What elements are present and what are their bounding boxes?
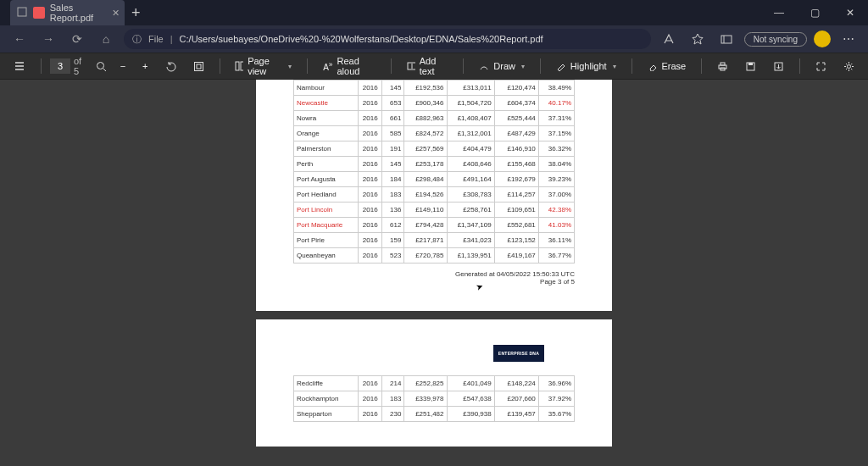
zoom-in-button[interactable]: + [136, 56, 154, 76]
url-text: C:/Users/suebayes/OneDrive%20-%20Wolfers… [180, 34, 643, 44]
save-button[interactable] [738, 56, 763, 76]
draw-button[interactable]: Draw▾ [472, 56, 531, 76]
pdf-icon [33, 7, 44, 19]
refresh-button[interactable]: ⟳ [66, 28, 88, 50]
page-number-input[interactable] [50, 58, 70, 74]
favorite-icon[interactable] [687, 28, 709, 50]
logo: ENTERPRISE DNA [493, 345, 544, 362]
profile-avatar[interactable] [814, 31, 831, 47]
svg-rect-1 [721, 36, 732, 43]
table-row: Port Macquarie2016612£794,428£1,347,109£… [294, 218, 575, 233]
home-button[interactable]: ⌂ [95, 28, 117, 50]
collections-button[interactable] [715, 28, 737, 50]
close-window-button[interactable]: ✕ [832, 0, 868, 25]
new-tab-button[interactable]: + [131, 4, 141, 22]
table-row: Queanbeyan2016523£720,785£1,139,951£419,… [294, 248, 575, 264]
read-aloud-button[interactable]: A»Read aloud [316, 56, 382, 76]
fit-button[interactable] [186, 56, 211, 76]
svg-rect-8 [241, 62, 243, 70]
highlight-button[interactable]: Highlight▾ [549, 56, 623, 76]
table-row: Port Hedland2016183£194,526£308,783£114,… [294, 187, 575, 202]
page-total: of 5 [74, 56, 89, 76]
add-text-button[interactable]: Add text [400, 56, 455, 76]
close-tab-icon[interactable]: ✕ [112, 8, 120, 19]
url-field[interactable]: ⓘ File | C:/Users/suebayes/OneDrive%20-%… [124, 29, 651, 49]
svg-point-17 [847, 64, 850, 68]
zoom-out-button[interactable]: − [114, 56, 132, 76]
table-row: Redcliffe2016214£252,825£401,049£148,224… [294, 376, 575, 391]
table-row: Port Pirie2016159£217,871£341,023£123,15… [294, 233, 575, 248]
table-row: Newcastle2016653£900,346£1,504,720£604,3… [294, 96, 575, 111]
table-row: Port Augusta2016184£298,484£491,164£192,… [294, 172, 575, 187]
pdf-page-4: ENTERPRISE DNA Redcliffe2016214£252,825£… [256, 319, 612, 447]
table-row: Palmerston2016191£257,569£404,479£146,91… [294, 141, 575, 157]
sync-status[interactable]: Not syncing [744, 32, 807, 47]
more-button[interactable]: ⋯ [837, 28, 860, 50]
minimize-button[interactable]: — [761, 0, 797, 25]
page-label: Page 3 of 5 [256, 278, 575, 286]
window-controls: — ▢ ✕ [761, 0, 868, 25]
collections-icon [17, 7, 28, 19]
toc-button[interactable] [7, 56, 32, 76]
svg-line-4 [103, 69, 106, 71]
search-button[interactable] [92, 56, 110, 76]
tab-title: Sales Report.pdf [50, 3, 116, 23]
table-row: Nowra2016661£882,963£1,408,407£525,44437… [294, 111, 575, 126]
document-viewport[interactable]: Mount Isa2016332Murray Bridge2016183£252… [0, 80, 868, 466]
svg-rect-7 [236, 62, 239, 70]
svg-rect-15 [748, 63, 753, 65]
info-icon: ⓘ [132, 33, 142, 46]
scheme-label: File [148, 34, 164, 44]
maximize-button[interactable]: ▢ [797, 0, 832, 25]
report-table-page3: Mount Isa2016332Murray Bridge2016183£252… [293, 80, 575, 264]
svg-rect-6 [197, 64, 201, 69]
table-row: Perth2016145£253,178£408,646£155,46838.0… [294, 157, 575, 172]
table-row: Port Lincoln2016136£149,110£258,761£109,… [294, 202, 575, 218]
address-bar: ← → ⟳ ⌂ ⓘ File | C:/Users/suebayes/OneDr… [0, 25, 868, 53]
print-button[interactable] [710, 56, 735, 76]
fullscreen-button[interactable] [809, 56, 833, 76]
pdf-page-3: Mount Isa2016332Murray Bridge2016183£252… [256, 80, 612, 311]
table-row: Rockhampton2016183£339,978£547,638£207,6… [294, 391, 575, 407]
svg-rect-12 [721, 63, 725, 65]
svg-point-3 [97, 62, 103, 69]
erase-button[interactable]: Erase [641, 56, 693, 76]
save-as-button[interactable] [766, 56, 791, 76]
svg-rect-0 [18, 8, 26, 16]
forward-button[interactable]: → [37, 28, 59, 50]
page-view-button[interactable]: Page view▾ [228, 56, 298, 76]
settings-button[interactable] [837, 56, 861, 76]
table-row: Nambour2016145£192,536£313,011£120,47438… [294, 80, 575, 96]
browser-tab[interactable]: Sales Report.pdf ✕ [10, 0, 125, 25]
reading-icon[interactable] [658, 28, 680, 50]
generated-text: Generated at 04/05/2022 15:50:33 UTC [256, 270, 575, 278]
titlebar: Sales Report.pdf ✕ + — ▢ ✕ [0, 0, 868, 25]
report-table-page4: Redcliffe2016214£252,825£401,049£148,224… [293, 375, 575, 422]
pdf-toolbar: of 5 − + Page view▾ A»Read aloud Add tex… [0, 53, 868, 80]
rotate-button[interactable] [159, 56, 183, 76]
table-row: Shepparton2016230£251,482£390,938£139,45… [294, 407, 575, 422]
svg-rect-5 [194, 62, 203, 70]
back-button[interactable]: ← [8, 28, 31, 50]
table-row: Orange2016585£824,572£1,312,001£487,4293… [294, 126, 575, 141]
